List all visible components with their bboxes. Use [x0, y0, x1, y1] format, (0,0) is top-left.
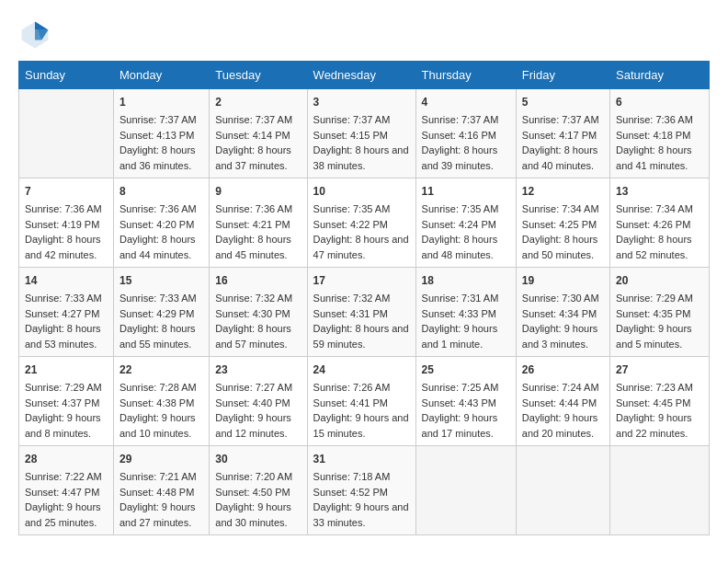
sunset-text: Sunset: 4:14 PM [215, 128, 301, 144]
day-number: 10 [313, 183, 410, 200]
calendar-cell: 14Sunrise: 7:33 AMSunset: 4:27 PMDayligh… [19, 268, 114, 357]
sunrise-text: Sunrise: 7:37 AM [215, 112, 301, 128]
sunset-text: Sunset: 4:34 PM [522, 306, 604, 322]
calendar-table: SundayMondayTuesdayWednesdayThursdayFrid… [18, 61, 710, 535]
sunset-text: Sunset: 4:31 PM [313, 306, 410, 322]
sunset-text: Sunset: 4:33 PM [422, 306, 510, 322]
day-number: 5 [522, 94, 604, 110]
day-number: 26 [522, 362, 604, 378]
sunrise-text: Sunrise: 7:37 AM [313, 112, 410, 128]
day-number: 31 [313, 451, 410, 467]
daylight-text: Daylight: 8 hours and 50 minutes. [522, 232, 604, 262]
calendar-cell: 25Sunrise: 7:25 AMSunset: 4:43 PMDayligh… [415, 357, 516, 446]
sunset-text: Sunset: 4:45 PM [616, 396, 703, 411]
day-header-wednesday: Wednesday [307, 62, 415, 89]
calendar-cell: 23Sunrise: 7:27 AMSunset: 4:40 PMDayligh… [210, 357, 307, 446]
sunrise-text: Sunrise: 7:20 AM [215, 469, 301, 485]
sunrise-text: Sunrise: 7:29 AM [25, 380, 108, 396]
daylight-text: Daylight: 9 hours and 30 minutes. [215, 500, 301, 530]
calendar-cell: 5Sunrise: 7:37 AMSunset: 4:17 PMDaylight… [516, 89, 609, 178]
calendar-cell: 27Sunrise: 7:23 AMSunset: 4:45 PMDayligh… [610, 357, 710, 446]
calendar-cell: 26Sunrise: 7:24 AMSunset: 4:44 PMDayligh… [516, 357, 609, 446]
daylight-text: Daylight: 8 hours and 36 minutes. [119, 143, 203, 173]
calendar-cell: 8Sunrise: 7:36 AMSunset: 4:20 PMDaylight… [114, 178, 210, 268]
sunset-text: Sunset: 4:37 PM [25, 396, 108, 411]
calendar-header-row: SundayMondayTuesdayWednesdayThursdayFrid… [19, 62, 710, 89]
sunset-text: Sunset: 4:38 PM [119, 396, 203, 411]
day-number: 30 [215, 451, 301, 467]
sunrise-text: Sunrise: 7:33 AM [119, 291, 203, 306]
sunrise-text: Sunrise: 7:31 AM [422, 291, 510, 306]
calendar-cell [610, 446, 710, 535]
daylight-text: Daylight: 8 hours and 55 minutes. [119, 321, 203, 351]
calendar-cell: 17Sunrise: 7:32 AMSunset: 4:31 PMDayligh… [307, 268, 415, 357]
sunrise-text: Sunrise: 7:34 AM [522, 201, 604, 217]
day-number: 28 [25, 451, 108, 467]
daylight-text: Daylight: 8 hours and 44 minutes. [119, 232, 203, 262]
sunset-text: Sunset: 4:26 PM [616, 217, 703, 233]
sunrise-text: Sunrise: 7:36 AM [119, 201, 203, 217]
sunset-text: Sunset: 4:44 PM [522, 396, 604, 411]
sunrise-text: Sunrise: 7:37 AM [422, 112, 510, 128]
calendar-week-1: 1Sunrise: 7:37 AMSunset: 4:13 PMDaylight… [19, 89, 710, 178]
sunrise-text: Sunrise: 7:35 AM [313, 201, 410, 217]
sunset-text: Sunset: 4:18 PM [616, 128, 703, 144]
sunset-text: Sunset: 4:22 PM [313, 217, 410, 233]
calendar-week-4: 21Sunrise: 7:29 AMSunset: 4:37 PMDayligh… [19, 357, 710, 446]
day-number: 16 [215, 272, 301, 289]
sunset-text: Sunset: 4:50 PM [215, 485, 301, 500]
day-number: 4 [422, 94, 510, 110]
calendar-cell: 12Sunrise: 7:34 AMSunset: 4:25 PMDayligh… [516, 178, 609, 268]
sunrise-text: Sunrise: 7:33 AM [25, 291, 108, 306]
day-number: 25 [422, 362, 510, 378]
sunrise-text: Sunrise: 7:24 AM [522, 380, 604, 396]
daylight-text: Daylight: 9 hours and 33 minutes. [313, 500, 410, 530]
daylight-text: Daylight: 8 hours and 47 minutes. [313, 232, 410, 262]
logo-icon [18, 18, 51, 52]
sunrise-text: Sunrise: 7:35 AM [422, 201, 510, 217]
sunset-text: Sunset: 4:52 PM [313, 485, 410, 500]
sunrise-text: Sunrise: 7:30 AM [522, 291, 604, 306]
day-number: 13 [616, 183, 703, 200]
daylight-text: Daylight: 9 hours and 5 minutes. [616, 321, 703, 351]
daylight-text: Daylight: 8 hours and 39 minutes. [422, 143, 510, 173]
daylight-text: Daylight: 8 hours and 40 minutes. [522, 143, 604, 173]
sunset-text: Sunset: 4:41 PM [313, 396, 410, 411]
sunrise-text: Sunrise: 7:22 AM [25, 469, 108, 485]
calendar-cell: 30Sunrise: 7:20 AMSunset: 4:50 PMDayligh… [210, 446, 307, 535]
daylight-text: Daylight: 8 hours and 48 minutes. [422, 232, 510, 262]
daylight-text: Daylight: 8 hours and 38 minutes. [313, 143, 410, 173]
daylight-text: Daylight: 9 hours and 1 minute. [422, 321, 510, 351]
sunset-text: Sunset: 4:35 PM [616, 306, 703, 322]
sunrise-text: Sunrise: 7:18 AM [313, 469, 410, 485]
sunrise-text: Sunrise: 7:34 AM [616, 201, 703, 217]
sunset-text: Sunset: 4:29 PM [119, 306, 203, 322]
sunset-text: Sunset: 4:15 PM [313, 128, 410, 144]
sunset-text: Sunset: 4:16 PM [422, 128, 510, 144]
sunset-text: Sunset: 4:17 PM [522, 128, 604, 144]
sunset-text: Sunset: 4:19 PM [25, 217, 108, 233]
day-number: 8 [119, 183, 203, 200]
daylight-text: Daylight: 8 hours and 37 minutes. [215, 143, 301, 173]
sunset-text: Sunset: 4:25 PM [522, 217, 604, 233]
sunrise-text: Sunrise: 7:37 AM [522, 112, 604, 128]
calendar-cell: 2Sunrise: 7:37 AMSunset: 4:14 PMDaylight… [210, 89, 307, 178]
daylight-text: Daylight: 8 hours and 45 minutes. [215, 232, 301, 262]
daylight-text: Daylight: 8 hours and 41 minutes. [616, 143, 703, 173]
calendar-cell: 15Sunrise: 7:33 AMSunset: 4:29 PMDayligh… [114, 268, 210, 357]
calendar-week-2: 7Sunrise: 7:36 AMSunset: 4:19 PMDaylight… [19, 178, 710, 268]
logo [18, 18, 55, 52]
calendar-cell: 11Sunrise: 7:35 AMSunset: 4:24 PMDayligh… [415, 178, 516, 268]
day-header-tuesday: Tuesday [210, 62, 307, 89]
daylight-text: Daylight: 9 hours and 22 minutes. [616, 410, 703, 441]
day-number: 11 [422, 183, 510, 200]
sunset-text: Sunset: 4:40 PM [215, 396, 301, 411]
sunset-text: Sunset: 4:47 PM [25, 485, 108, 500]
calendar-cell: 7Sunrise: 7:36 AMSunset: 4:19 PMDaylight… [19, 178, 114, 268]
sunset-text: Sunset: 4:13 PM [119, 128, 203, 144]
daylight-text: Daylight: 8 hours and 59 minutes. [313, 321, 410, 351]
calendar-week-5: 28Sunrise: 7:22 AMSunset: 4:47 PMDayligh… [19, 446, 710, 535]
calendar-cell: 20Sunrise: 7:29 AMSunset: 4:35 PMDayligh… [610, 268, 710, 357]
sunrise-text: Sunrise: 7:37 AM [119, 112, 203, 128]
calendar-cell: 31Sunrise: 7:18 AMSunset: 4:52 PMDayligh… [307, 446, 415, 535]
